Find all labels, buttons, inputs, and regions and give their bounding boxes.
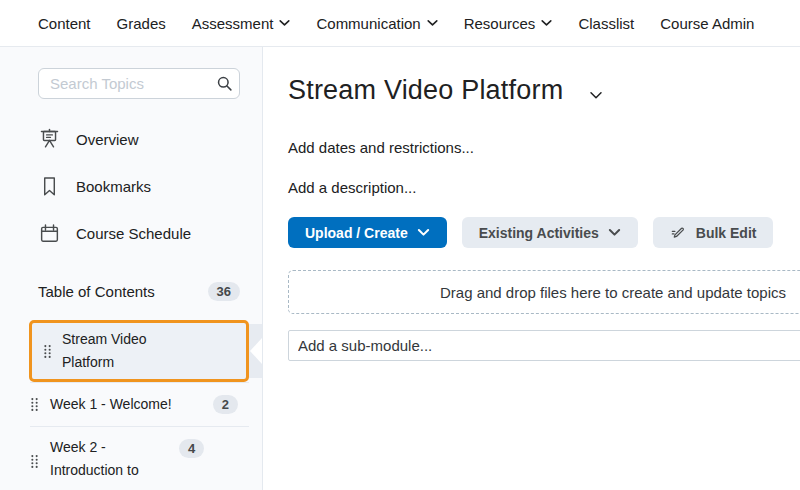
sidebar-item-label: Bookmarks bbox=[76, 178, 151, 195]
nav-label: Classlist bbox=[578, 15, 634, 32]
add-description-link[interactable]: Add a description... bbox=[288, 179, 800, 196]
add-dates-restrictions-link[interactable]: Add dates and restrictions... bbox=[288, 139, 800, 156]
content-sidebar: Overview Bookmarks Course Schedule bbox=[0, 47, 263, 490]
nav-item-classlist[interactable]: Classlist bbox=[578, 15, 634, 32]
selected-pointer-notch bbox=[250, 338, 262, 364]
sidebar-item-overview[interactable]: Overview bbox=[0, 116, 262, 163]
chevron-down-icon bbox=[279, 19, 290, 27]
chevron-down-icon bbox=[417, 228, 430, 237]
module-item-week-2[interactable]: Week 2 - Introduction to 4 bbox=[0, 427, 262, 482]
module-item-stream-video-platform: Stream Video Platform bbox=[29, 320, 262, 382]
module-label: Week 2 - Introduction to bbox=[50, 436, 168, 482]
content-main-panel: Stream Video Platform Add dates and rest… bbox=[263, 47, 800, 490]
sidebar-item-label: Course Schedule bbox=[76, 225, 191, 242]
calendar-icon bbox=[38, 222, 61, 245]
drag-handle-icon[interactable] bbox=[30, 454, 39, 469]
nav-label: Grades bbox=[117, 15, 166, 32]
toc-count-badge: 36 bbox=[208, 282, 240, 301]
nav-item-communication[interactable]: Communication bbox=[316, 15, 437, 32]
existing-activities-label: Existing Activities bbox=[479, 225, 599, 241]
dropzone-text: Drag and drop files here to create and u… bbox=[440, 284, 786, 301]
presentation-icon bbox=[38, 128, 61, 151]
nav-item-assessment[interactable]: Assessment bbox=[192, 15, 291, 32]
nav-item-grades[interactable]: Grades bbox=[117, 15, 166, 32]
nav-item-content[interactable]: Content bbox=[38, 15, 91, 32]
search-input[interactable] bbox=[39, 75, 209, 92]
module-link-selected[interactable]: Stream Video Platform bbox=[29, 320, 249, 382]
nav-label: Course Admin bbox=[660, 15, 754, 32]
search-icon bbox=[216, 75, 233, 92]
nav-label: Communication bbox=[316, 15, 420, 32]
module-actions-chevron-down-icon[interactable] bbox=[585, 89, 607, 106]
add-submodule-input[interactable] bbox=[288, 330, 800, 361]
module-count-badge: 2 bbox=[213, 395, 238, 414]
table-of-contents-link[interactable]: Table of Contents 36 bbox=[0, 275, 262, 307]
nav-item-resources[interactable]: Resources bbox=[464, 15, 553, 32]
sidebar-item-bookmarks[interactable]: Bookmarks bbox=[0, 163, 262, 210]
upload-create-button[interactable]: Upload / Create bbox=[288, 217, 447, 248]
search-topics-box bbox=[38, 68, 240, 99]
module-label: Stream Video Platform bbox=[62, 328, 170, 374]
nav-item-course-admin[interactable]: Course Admin bbox=[660, 15, 754, 32]
module-item-week-1[interactable]: Week 1 - Welcome! 2 bbox=[0, 383, 262, 426]
drag-handle-icon[interactable] bbox=[30, 397, 39, 412]
course-navbar: Content Grades Assessment Communication … bbox=[0, 0, 800, 47]
existing-activities-button[interactable]: Existing Activities bbox=[462, 217, 638, 248]
bookmark-icon bbox=[38, 175, 61, 198]
sidebar-item-label: Overview bbox=[76, 131, 139, 148]
module-label: Week 1 - Welcome! bbox=[50, 393, 202, 416]
chevron-down-icon bbox=[427, 19, 438, 27]
sidebar-item-course-schedule[interactable]: Course Schedule bbox=[0, 210, 262, 257]
nav-label: Content bbox=[38, 15, 91, 32]
chevron-down-icon bbox=[541, 19, 552, 27]
bulk-edit-label: Bulk Edit bbox=[696, 225, 757, 241]
upload-create-label: Upload / Create bbox=[305, 225, 408, 241]
toc-label: Table of Contents bbox=[38, 283, 208, 300]
pencil-icon bbox=[670, 224, 687, 241]
search-button[interactable] bbox=[209, 75, 239, 92]
nav-label: Assessment bbox=[192, 15, 274, 32]
module-count-badge: 4 bbox=[179, 439, 204, 458]
chevron-down-icon bbox=[608, 228, 621, 237]
page-title: Stream Video Platform bbox=[288, 75, 563, 106]
drag-handle-icon[interactable] bbox=[43, 344, 52, 359]
nav-label: Resources bbox=[464, 15, 536, 32]
file-dropzone[interactable]: Drag and drop files here to create and u… bbox=[288, 270, 800, 314]
bulk-edit-button[interactable]: Bulk Edit bbox=[653, 217, 774, 248]
